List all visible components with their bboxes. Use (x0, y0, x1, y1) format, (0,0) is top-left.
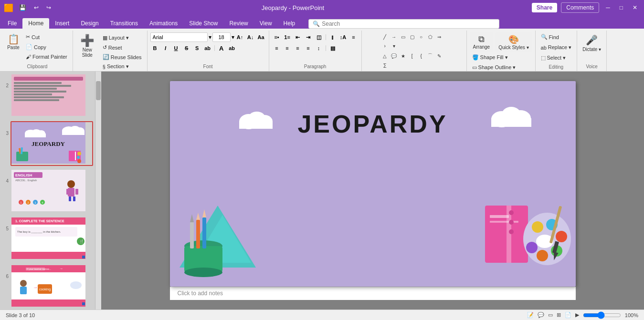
tab-design[interactable]: Design (75, 18, 104, 29)
shape-rounded-rect[interactable]: ▢ (408, 32, 416, 41)
font-name-input[interactable] (150, 32, 208, 42)
strikethrough-button[interactable]: S (182, 43, 191, 53)
shape-bracket[interactable]: [ (408, 52, 416, 60)
shape-callout[interactable]: 💬 (390, 52, 398, 60)
numbering-button[interactable]: 1≡ (283, 32, 292, 42)
shape-right-arrow[interactable]: ⇒ (435, 32, 443, 41)
slide-canvas[interactable]: JEOPARDY (170, 81, 576, 287)
select-button[interactable]: ⬚ Select ▾ (538, 53, 574, 62)
font-color-btn[interactable]: A (217, 43, 226, 53)
font-size-input[interactable] (212, 32, 231, 42)
maximize-btn[interactable]: □ (617, 3, 626, 12)
find-button[interactable]: 🔍 Find (538, 32, 574, 41)
layout-button[interactable]: ▦ Layout ▾ (100, 33, 144, 42)
font-grow-button[interactable]: A↑ (235, 32, 245, 42)
shape-equation[interactable]: ∑ (380, 61, 389, 69)
reuse-slides-button[interactable]: 🔄 Reuse Slides (100, 52, 144, 62)
tab-home[interactable]: Home (22, 18, 49, 29)
arrange-button[interactable]: ⧉ Arrange (470, 32, 494, 52)
close-btn[interactable]: ✕ (630, 3, 640, 12)
decrease-indent-button[interactable]: ⇤ (293, 32, 303, 42)
notes-area[interactable]: Click to add notes (170, 287, 576, 300)
slide-item-2[interactable]: 2 (2, 73, 93, 118)
text-direction-button[interactable]: ↕A (338, 32, 348, 42)
redo-btn[interactable]: ↪ (43, 3, 54, 12)
tab-review[interactable]: Review (223, 18, 253, 29)
increase-indent-button[interactable]: ⇥ (304, 32, 313, 42)
scrollbar-thumb[interactable] (96, 81, 101, 100)
paste-button[interactable]: 📋 Paste (5, 32, 22, 52)
bold-button[interactable]: B (150, 43, 160, 53)
tab-view[interactable]: View (254, 18, 278, 29)
tab-file[interactable]: File (2, 18, 22, 29)
comments-button[interactable]: Comments (561, 2, 599, 13)
smart-art-button[interactable]: ◫ (314, 32, 324, 42)
shape-fill-button[interactable]: 🪣 Shape Fill ▾ (470, 53, 519, 62)
view-slideshow[interactable]: ▶ (575, 312, 579, 318)
slide-thumb-6[interactable]: cooking → → If your learner names... (11, 264, 93, 309)
format-painter-button[interactable]: 🖌 Format Painter (23, 52, 70, 61)
highlight-btn[interactable]: ab (227, 43, 237, 53)
shape-rectangle[interactable]: ▭ (399, 32, 407, 41)
shadow-button[interactable]: S (192, 43, 202, 53)
shape-line[interactable]: ╱ (380, 32, 389, 41)
save-btn[interactable]: 💾 (16, 3, 29, 12)
tab-help[interactable]: Help (278, 18, 301, 29)
italic-button[interactable]: I (161, 43, 170, 53)
share-button[interactable]: Share (532, 3, 557, 12)
search-input[interactable] (322, 21, 495, 27)
shape-brace[interactable]: { (417, 52, 425, 60)
slide-thumb-2[interactable] (11, 73, 93, 118)
shape-star[interactable]: ★ (399, 52, 407, 60)
view-reading[interactable]: 📄 (565, 312, 571, 318)
justify-button[interactable]: ≡ (304, 43, 313, 53)
quick-styles-button[interactable]: 🎨 Quick Styles ▾ (495, 32, 532, 52)
shape-oval[interactable]: ○ (417, 32, 425, 41)
tab-transitions[interactable]: Transitions (105, 18, 144, 29)
new-slide-button[interactable]: ➕ NewSlide (76, 32, 99, 59)
slide-item-3[interactable]: 3 JEOPARDY (2, 121, 93, 166)
view-normal[interactable]: ▭ (548, 312, 553, 318)
shape-arc[interactable]: ⌒ (426, 52, 434, 60)
tab-slideshow[interactable]: Slide Show (183, 18, 223, 29)
underline-button[interactable]: U (171, 43, 181, 53)
clear-format-button[interactable]: Aa (256, 32, 266, 42)
slide-panel[interactable]: 2 3 (0, 72, 95, 310)
center-button[interactable]: ≡ (283, 43, 292, 53)
section-button[interactable]: § Section ▾ (100, 62, 144, 71)
bullets-button[interactable]: ≡• (272, 32, 282, 42)
tab-insert[interactable]: Insert (49, 18, 75, 29)
slide-thumb-5[interactable]: 1. COMPLETE THE SENTENCE The boy is ____… (11, 217, 93, 261)
slide-item-5[interactable]: 5 1. COMPLETE THE SENTENCE The boy is __… (2, 217, 93, 261)
align-right-button[interactable]: ≡ (293, 43, 303, 53)
shape-outline-button[interactable]: ▭ Shape Outline ▾ (470, 63, 519, 72)
slide-thumb-3[interactable]: JEOPARDY (11, 121, 93, 166)
search-bar[interactable]: 🔍 (308, 19, 499, 29)
view-slide-sorter[interactable]: ⊞ (557, 312, 561, 318)
undo-btn[interactable]: ↩ (31, 3, 42, 12)
columns-button[interactable]: ⫿ (328, 32, 338, 42)
shape-triangle[interactable]: △ (380, 52, 389, 60)
line-spacing-button[interactable]: ↕ (314, 43, 324, 53)
cut-button[interactable]: ✂ Cut (23, 32, 70, 41)
align-left-button[interactable]: ≡ (272, 43, 282, 53)
align-text-button[interactable]: ≡ (349, 32, 359, 42)
shape-chevron[interactable]: › (380, 41, 389, 50)
slide-panel-scrollbar[interactable] (95, 72, 101, 310)
tab-animations[interactable]: Animations (144, 18, 183, 29)
reset-button[interactable]: ↺ Reset (100, 43, 144, 52)
replace-button[interactable]: ab Replace ▾ (538, 43, 574, 52)
dictate-button[interactable]: 🎤 Dictate ▾ (580, 32, 603, 54)
add-remove-cols-button[interactable]: ▤ (328, 43, 338, 53)
copy-button[interactable]: 📄 Copy (23, 42, 70, 52)
zoom-slider[interactable] (583, 311, 621, 319)
slide-thumb-4[interactable]: ENGLISH ABCDE.. English 1 2 3 (11, 169, 93, 214)
shape-freeform[interactable]: ✎ (435, 52, 443, 60)
shape-arrow[interactable]: → (390, 32, 398, 41)
slide-item-6[interactable]: 6 cooking → → If your l (2, 264, 93, 309)
char-spacing-button[interactable]: ab (203, 43, 212, 53)
font-shrink-button[interactable]: A↓ (246, 32, 255, 42)
slide-item-4[interactable]: 4 ENGLISH ABCDE.. English 1 (2, 169, 93, 214)
shape-pentagon[interactable]: ⬠ (426, 32, 434, 41)
minimize-btn[interactable]: ─ (603, 3, 613, 12)
